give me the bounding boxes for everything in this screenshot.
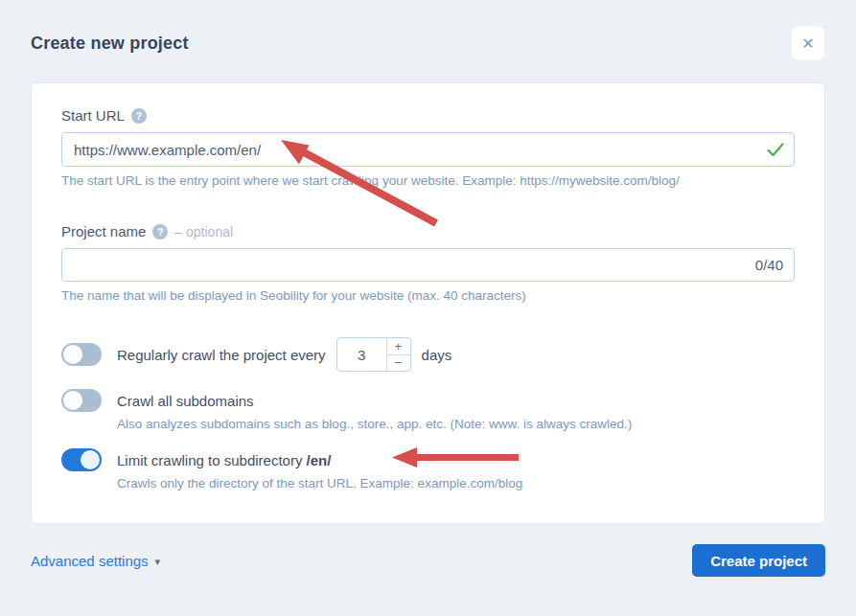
project-name-label: Project name [61,223,146,240]
project-name-helper: The name that will be displayed in Seobi… [61,288,795,303]
subdirectory-path: /en/ [307,452,332,468]
modal-footer: Advanced settings ▾ Create project [0,544,856,577]
project-name-input[interactable] [61,248,795,282]
toggle-knob [81,450,100,469]
create-project-button[interactable]: Create project [692,544,825,577]
regular-crawl-toggle[interactable] [61,343,102,366]
advanced-settings-label: Advanced settings [31,553,149,569]
subdomains-toggle[interactable] [61,389,102,412]
valid-check-icon [767,143,784,156]
optional-note: – optional [174,224,233,240]
advanced-settings-link[interactable]: Advanced settings ▾ [31,553,160,569]
create-project-modal: Create new project ✕ Start URL ? The sta… [0,0,856,616]
subdomains-helper: Also analyzes subdomains such as blog., … [117,417,795,431]
project-name-input-wrap: 0/40 [61,248,795,282]
increment-button[interactable]: + [387,338,410,355]
modal-title: Create new project [31,34,189,54]
subdirectory-row: Limit crawling to subdirectory /en/ [61,448,795,471]
subdomains-row: Crawl all subdomains [61,389,795,412]
interval-unit-label: days [422,347,452,363]
toggle-knob [63,391,82,410]
subdirectory-label: Limit crawling to subdirectory /en/ [117,452,331,468]
project-name-help-icon[interactable]: ? [152,224,168,240]
close-icon: ✕ [801,34,814,53]
start-url-input-wrap [61,132,795,167]
crawl-interval-value[interactable]: 3 [337,338,386,371]
decrement-button[interactable]: − [387,355,410,372]
subdomains-label: Crawl all subdomains [117,393,254,409]
regular-crawl-label: Regularly crawl the project every [117,347,326,363]
regular-crawl-row: Regularly crawl the project every 3 + − … [61,337,795,372]
start-url-help-icon[interactable]: ? [131,108,147,124]
char-counter: 0/40 [755,248,783,282]
close-button[interactable]: ✕ [791,26,825,60]
subdirectory-helper: Crawls only the directory of the start U… [117,476,795,491]
crawl-interval-stepper: 3 + − [336,337,411,372]
start-url-helper: The start URL is the entry point where w… [61,173,795,188]
options-section: Regularly crawl the project every 3 + − … [61,337,795,491]
modal-header: Create new project ✕ [0,0,856,60]
subdirectory-toggle[interactable] [61,448,102,471]
project-name-label-row: Project name ? – optional [61,223,795,240]
chevron-down-icon: ▾ [155,554,161,568]
start-url-label: Start URL [61,107,125,124]
form-card: Start URL ? The start URL is the entry p… [31,82,825,524]
start-url-label-row: Start URL ? [61,107,795,124]
start-url-input[interactable] [61,132,795,167]
stepper-buttons: + − [386,338,410,371]
toggle-knob [63,345,82,364]
